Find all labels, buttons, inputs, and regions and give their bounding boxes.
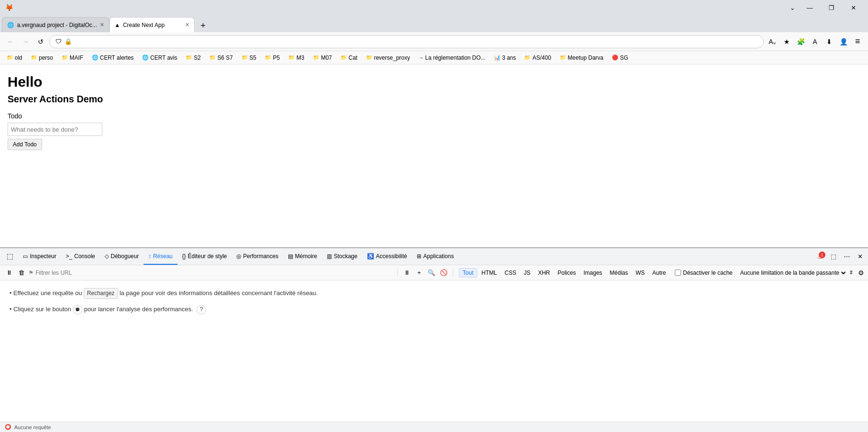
devtools-tab-accessibility[interactable]: ♿ Accessibilité — [362, 248, 412, 265]
bookmark-1[interactable]: 📁perso — [27, 53, 57, 63]
filter-other-btn[interactable]: Autre — [649, 269, 670, 277]
address-bar[interactable]: 🛡 🔒 207.154.209.99 — [49, 35, 764, 48]
devtools-tab-debugger[interactable]: ◇ Débogueur — [100, 248, 143, 265]
downloads-icon[interactable]: ⬇ — [823, 35, 836, 48]
bookmark-10[interactable]: 📁M07 — [309, 53, 336, 63]
translate-icon[interactable]: Aᵥ — [766, 35, 779, 48]
bookmark-icon-7: 📁 — [242, 54, 248, 61]
tab-2[interactable]: ▲ Create Next App ✕ — [109, 17, 195, 32]
todo-input[interactable] — [8, 123, 102, 136]
url-filter-input[interactable] — [36, 270, 394, 276]
profile-img-icon[interactable]: 👤 — [837, 35, 850, 48]
browser-menu-icon[interactable]: ≡ — [851, 35, 864, 48]
tab-close-2[interactable]: ✕ — [185, 22, 189, 28]
bookmark-16[interactable]: 📁Meetup Darva — [556, 53, 607, 63]
filter-images-btn[interactable]: Images — [580, 269, 605, 277]
search-filter-btn[interactable]: 🔍 — [426, 268, 437, 278]
filter-xhr-btn[interactable]: XHR — [535, 269, 553, 277]
tab-1[interactable]: 🌐 a.vergnaud project - DigitalOc... ✕ — [2, 17, 109, 32]
bookmark-label-1: perso — [39, 54, 53, 61]
title-bar: 🦊 ⌄ — ❐ ✕ — [0, 0, 868, 15]
bookmark-7[interactable]: 📁S5 — [238, 53, 260, 63]
add-filter-btn[interactable]: + — [414, 268, 424, 278]
clear-network-btn[interactable]: 🗑 — [16, 268, 27, 278]
bookmark-12[interactable]: 📁reverse_proxy — [362, 53, 414, 63]
bookmark-0[interactable]: 📁old — [3, 53, 26, 63]
help-icon[interactable]: ? — [197, 305, 206, 315]
filter-all-btn[interactable]: Tout — [459, 268, 477, 278]
bookmark-15[interactable]: 📁AS/400 — [520, 53, 555, 63]
filter-separator — [397, 269, 398, 277]
filter-fonts-btn[interactable]: Polices — [555, 269, 580, 277]
devtools-tab-performance[interactable]: ◎ Performances — [232, 248, 283, 265]
devtools-tab-pick[interactable]: ⬚ — [2, 248, 18, 265]
devtools-status-bar: ⭕ Aucune requête — [0, 422, 868, 432]
add-todo-button[interactable]: Add Todo — [8, 139, 42, 150]
reload-page-btn[interactable]: Rechargez — [84, 288, 118, 299]
filter-css-btn[interactable]: CSS — [501, 269, 519, 277]
tab-close-1[interactable]: ✕ — [100, 22, 104, 28]
throttle-select[interactable]: Aucune limitation de la bande passante — [738, 269, 847, 277]
block-btn[interactable]: 🚫 — [438, 268, 449, 278]
bookmark-14[interactable]: 📊3 ans — [490, 53, 519, 63]
devtools-tab-network[interactable]: ↕ Réseau — [143, 248, 177, 265]
bookmark-label-3: CERT alertes — [100, 54, 134, 61]
filter-html-btn[interactable]: HTML — [478, 269, 501, 277]
filter-js-btn[interactable]: JS — [520, 269, 534, 277]
bookmark-11[interactable]: 📁Cat — [337, 53, 361, 63]
devtools-close-btn[interactable]: ✕ — [854, 251, 866, 263]
pause-btn[interactable]: ⏸ — [402, 268, 412, 278]
devtools-tab-storage[interactable]: ▥ Stockage — [322, 248, 362, 265]
msg2-prefix: • Cliquez sur le bouton — [9, 306, 73, 313]
devtools-tab-memory[interactable]: ▤ Mémoire — [283, 248, 322, 265]
bookmark-13[interactable]: →La réglementation DO... — [415, 53, 489, 63]
extensions-icon[interactable]: 🧩 — [794, 35, 807, 48]
bookmark-8[interactable]: 📁P5 — [261, 53, 284, 63]
devtools-tab-console[interactable]: >_ Console — [61, 248, 100, 265]
bookmark-5[interactable]: 📁S2 — [182, 53, 205, 63]
tab-overflow-btn[interactable]: ⌄ — [786, 1, 799, 14]
disable-cache-area: Désactiver le cache — [675, 270, 733, 276]
bookmark-2[interactable]: 📁MAIF — [58, 53, 87, 63]
network-empty-msg-2: • Cliquez sur le bouton ⏺ pour lancer l'… — [9, 305, 859, 315]
bookmark-9[interactable]: 📁M3 — [285, 53, 308, 63]
page-hello: Hello — [8, 74, 860, 90]
bookmark-label-9: M3 — [296, 54, 304, 61]
devtools-more-btn[interactable]: ⋯ — [841, 251, 853, 263]
reload-btn[interactable]: ↺ — [34, 35, 47, 48]
new-tab-btn[interactable]: + — [197, 19, 210, 32]
bookmark-icon-1: 📁 — [31, 54, 37, 61]
bookmark-4[interactable]: 🌐CERT avis — [138, 53, 181, 63]
filter-ws-btn[interactable]: WS — [632, 269, 648, 277]
filter-media-btn[interactable]: Médias — [607, 269, 632, 277]
todo-label: Todo — [8, 112, 860, 120]
close-btn[interactable]: ✕ — [842, 0, 864, 15]
bookmark-icon-6: 📁 — [209, 54, 216, 61]
devtools-tab-applications[interactable]: ⊞ Applications — [412, 248, 459, 265]
pause-recording-btn[interactable]: ⏸ — [4, 268, 14, 278]
performance-record-icon[interactable]: ⏺ — [73, 305, 82, 315]
bookmark-star-icon[interactable]: ★ — [780, 35, 793, 48]
devtools-tab-style-editor[interactable]: {} Éditeur de style — [178, 248, 232, 265]
inspector-icon: ▭ — [23, 253, 28, 260]
bookmark-3[interactable]: 🌐CERT alertes — [88, 53, 138, 63]
profile-icon[interactable]: A — [808, 35, 822, 48]
network-settings-icon[interactable]: ⚙ — [858, 269, 864, 277]
title-bar-left: 🦊 — [4, 2, 14, 13]
forward-btn[interactable]: → — [19, 35, 32, 48]
devtools-tab-inspector[interactable]: ▭ Inspecteur — [18, 248, 61, 265]
taskbar-browser-icon[interactable]: 🦊 — [4, 2, 14, 13]
accessibility-icon: ♿ — [367, 253, 374, 260]
devtools-error-btn[interactable]: ⚠ 1 — [814, 251, 826, 263]
disable-cache-checkbox[interactable] — [675, 270, 681, 276]
minimize-btn[interactable]: — — [799, 0, 821, 15]
back-btn[interactable]: ← — [4, 35, 17, 48]
bookmark-label-8: P5 — [273, 54, 280, 61]
devtools-responsive-btn[interactable]: ⬚ — [827, 251, 840, 263]
bookmark-17[interactable]: 🔴SG — [608, 53, 632, 63]
url-input[interactable]: 207.154.209.99 — [75, 38, 758, 45]
maximize-btn[interactable]: ❐ — [821, 0, 842, 15]
bookmark-icon-14: 📊 — [494, 54, 501, 61]
bookmark-6[interactable]: 📁S6 S7 — [206, 53, 237, 63]
bookmark-label-14: 3 ans — [502, 54, 516, 61]
